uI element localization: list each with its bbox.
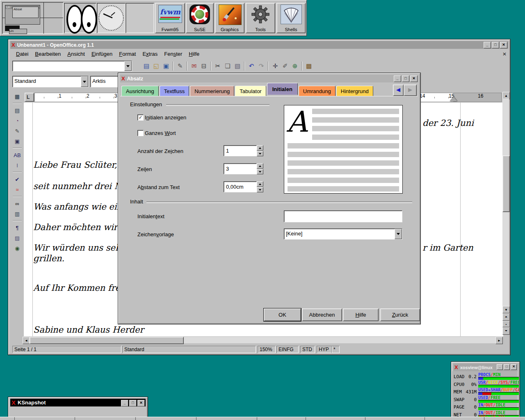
draw-functions-icon[interactable]: ✎ (12, 126, 23, 135)
menu-einfügen[interactable]: Einfügen (88, 51, 116, 57)
menu-bearbeiten[interactable]: Bearbeiten (32, 51, 64, 57)
send-mail-icon[interactable]: ✉ (189, 61, 199, 71)
dialog-titlebar[interactable]: X Absatz _ □ ✕ (120, 75, 418, 82)
back-button[interactable]: Zurück (380, 308, 420, 321)
scroll-right-icon[interactable]: ► (495, 337, 503, 344)
spin-up-icon[interactable] (257, 163, 263, 169)
dropcap-text-input[interactable] (284, 210, 402, 222)
writer-titlebar[interactable]: X Unbenannt1 - OpenOffice.org 1.1 _ □ ✕ (10, 41, 508, 49)
hscroll-thumb[interactable] (30, 337, 184, 344)
spin-down-icon[interactable] (257, 187, 263, 192)
launcher-shells[interactable]: Shells (276, 3, 306, 33)
minimize-button[interactable]: _ (121, 400, 128, 406)
help-button[interactable]: Hilfe (343, 308, 379, 321)
graphics-onoff-icon[interactable]: ▨ (12, 233, 23, 242)
launcher-graphics[interactable]: Graphics (215, 3, 244, 33)
tab-umrandung[interactable]: Umrandung (299, 86, 336, 96)
dropdown-arrow-icon[interactable] (395, 229, 402, 239)
undo-icon[interactable]: ↶ (247, 61, 256, 71)
menu-ansicht[interactable]: Ansicht (64, 51, 88, 57)
new-document-icon[interactable]: ▤ (142, 61, 151, 71)
xeyes-applet[interactable] (64, 3, 96, 33)
tab-scroll-right-icon[interactable]: ▶ (404, 84, 417, 96)
close-button[interactable]: ✕ (137, 400, 145, 406)
form-functions-icon[interactable]: ▣ (12, 137, 23, 146)
paragraph-style-combobox[interactable]: Standard (12, 76, 89, 87)
print-icon[interactable]: ⊟ (199, 61, 209, 71)
xosview-titlebar[interactable]: X xosview@linux _ □ ✕ (453, 363, 518, 371)
direct-cursor-icon[interactable]: I (12, 161, 23, 170)
spin-down-icon[interactable] (257, 169, 263, 174)
whole-word-checkbox[interactable] (137, 130, 144, 136)
ksnapshot-titlebar[interactable]: X KSnapshot _ □ ✕ (10, 399, 146, 406)
distance-spinner[interactable]: 0,00cm (224, 181, 263, 192)
cancel-button[interactable]: Abbrechen (302, 308, 342, 321)
tab-type-selector[interactable]: L (25, 93, 34, 102)
previous-page-icon[interactable]: ⏶ (502, 313, 510, 321)
num-chars-spinner[interactable]: 1 (224, 145, 263, 156)
pager-mini-window[interactable]: Absat (12, 7, 39, 18)
show-dropcaps-checkbox[interactable]: ✓ (137, 114, 144, 121)
status-hyperlink-mode[interactable]: HYP (317, 346, 332, 353)
lines-spinner[interactable]: 3 (224, 163, 263, 174)
desktop-pager[interactable]: Un Absat Un (2, 2, 64, 34)
status-style[interactable]: Standard (122, 346, 256, 353)
nonprinting-chars-icon[interactable]: ¶ (12, 223, 23, 232)
status-selection-mode[interactable]: STD (300, 346, 315, 353)
save-icon[interactable]: ▣ (161, 61, 171, 71)
paste-icon[interactable]: ▧ (233, 61, 242, 71)
close-button[interactable]: ✕ (511, 364, 517, 370)
close-button[interactable]: ✕ (500, 42, 507, 48)
menu-extras[interactable]: Extras (139, 51, 161, 57)
horizontal-scrollbar[interactable]: ◄ ► (10, 336, 508, 345)
insert-table-icon[interactable]: ▦ (12, 92, 23, 101)
pager-mini-window[interactable]: Un (9, 29, 27, 34)
spin-down-icon[interactable] (257, 151, 263, 156)
navigation-dot-icon[interactable]: • (502, 321, 510, 327)
vscroll-thumb[interactable] (502, 155, 510, 212)
vertical-scrollbar[interactable]: ▲ ▼ ⏶ • ⏷ (502, 92, 509, 336)
menu-format[interactable]: Format (116, 51, 139, 57)
status-zoom[interactable]: 150% (258, 346, 276, 353)
stylist-icon[interactable]: ✐ (280, 61, 290, 71)
menu-hilfe[interactable]: Hilfe (185, 51, 203, 57)
dialog-minimize-button[interactable]: _ (394, 75, 401, 82)
gallery-icon[interactable]: ▩ (304, 61, 314, 71)
tab-tabulator[interactable]: Tabulator (235, 86, 266, 96)
maximize-button[interactable]: □ (129, 400, 137, 406)
url-combobox[interactable] (12, 61, 132, 71)
status-insert-mode[interactable]: EINFG (276, 346, 299, 353)
spin-up-icon[interactable] (257, 145, 263, 151)
margin-marker[interactable] (450, 97, 457, 101)
copy-icon[interactable]: ❏ (223, 61, 233, 71)
launcher-tools[interactable]: Tools (246, 3, 275, 33)
tab-scroll-left-icon[interactable]: ◀ (393, 84, 404, 96)
launcher-suse[interactable]: SuSE (186, 3, 214, 33)
find-icon[interactable]: ∞ (12, 199, 23, 208)
dialog-close-button[interactable]: ✕ (410, 75, 418, 82)
open-icon[interactable]: ◱ (151, 61, 161, 71)
tab-ausrichtung[interactable]: Ausrichtung (121, 86, 159, 96)
next-page-icon[interactable]: ⏷ (502, 327, 510, 335)
dropdown-arrow-icon[interactable] (81, 76, 88, 87)
scroll-down-icon[interactable]: ▼ (502, 306, 510, 313)
clock-applet[interactable] (97, 3, 126, 33)
autospellcheck-icon[interactable]: ≈ (12, 185, 23, 194)
data-sources-icon[interactable]: ▥ (12, 209, 23, 218)
dialog-maximize-button[interactable]: □ (402, 75, 409, 82)
menu-datei[interactable]: Datei (13, 51, 32, 57)
menu-fenster[interactable]: Fenster (161, 51, 185, 57)
maximize-button[interactable]: □ (492, 42, 499, 48)
spellcheck-icon[interactable]: ✔ (12, 175, 23, 184)
insert-fields-icon[interactable]: ▤ (12, 106, 23, 115)
minimize-button[interactable]: _ (497, 364, 503, 370)
launcher-fvwm95[interactable]: fvwm Fvwm95 (155, 3, 185, 33)
redo-icon[interactable]: ↷ (256, 61, 266, 71)
char-style-combobox[interactable]: [Keine] (284, 228, 402, 240)
insert-object-icon[interactable]: ◔ (12, 116, 23, 125)
dropdown-arrow-icon[interactable] (124, 61, 132, 71)
hyperlink-icon[interactable]: ⊕ (290, 61, 300, 71)
navigator-icon[interactable]: ✛ (270, 61, 280, 71)
maximize-button[interactable]: □ (504, 364, 510, 370)
autotext-icon[interactable]: AB (12, 151, 23, 160)
